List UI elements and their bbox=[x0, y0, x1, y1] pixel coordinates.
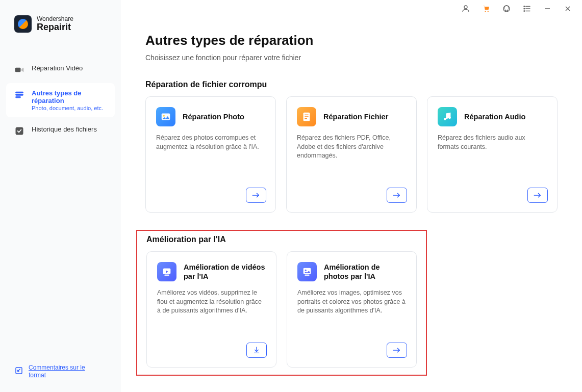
svg-rect-0 bbox=[15, 68, 21, 72]
svg-point-8 bbox=[488, 11, 489, 12]
card-title: Réparation Fichier bbox=[323, 112, 388, 121]
download-button[interactable] bbox=[246, 343, 267, 358]
arrow-right-button[interactable] bbox=[246, 188, 266, 203]
svg-point-28 bbox=[448, 117, 451, 119]
card-title: Réparation Photo bbox=[183, 112, 244, 121]
card-desc: Améliorez vos images, optimisez vos port… bbox=[297, 289, 406, 316]
logo-product: Repairit bbox=[37, 22, 73, 33]
section-corrupted-title: Réparation de fichier corrompu bbox=[145, 80, 558, 89]
arrow-right-button[interactable] bbox=[387, 188, 407, 203]
svg-point-20 bbox=[163, 115, 165, 117]
logo-icon bbox=[14, 15, 32, 33]
card-title: Amélioration de photos par l'IA bbox=[324, 263, 406, 281]
svg-rect-37 bbox=[305, 275, 309, 276]
ai-section-highlight: Amélioration par l'IA Amélioration de vi… bbox=[136, 230, 427, 376]
sidebar-item-sublabel: Photo, document, audio, etc. bbox=[32, 105, 107, 111]
arrow-right-button[interactable] bbox=[387, 343, 407, 358]
card-ai-photo-enhance[interactable]: Amélioration de photos par l'IA Améliore… bbox=[287, 251, 417, 368]
svg-rect-32 bbox=[164, 275, 169, 276]
user-icon[interactable] bbox=[461, 4, 471, 14]
card-file-repair[interactable]: Réparation Fichier Réparez des fichiers … bbox=[286, 96, 417, 213]
card-desc: Réparez des fichiers PDF, Office, Adobe … bbox=[297, 134, 406, 161]
svg-point-36 bbox=[305, 270, 307, 271]
svg-point-7 bbox=[485, 11, 486, 12]
svg-point-13 bbox=[524, 6, 525, 7]
svg-rect-4 bbox=[16, 127, 23, 135]
music-icon bbox=[438, 107, 457, 126]
card-title: Réparation Audio bbox=[464, 112, 525, 121]
svg-point-14 bbox=[524, 8, 525, 9]
svg-rect-1 bbox=[16, 92, 23, 93]
sidebar: Wondershare Repairit Réparation Vidéo Au… bbox=[0, 0, 121, 392]
sidebar-item-video-repair[interactable]: Réparation Vidéo bbox=[6, 58, 115, 81]
sidebar-item-label: Réparation Vidéo bbox=[32, 64, 83, 72]
sidebar-item-label: Historique des fichiers bbox=[32, 125, 97, 133]
card-desc: Réparez des photos corrompues et augment… bbox=[156, 134, 265, 151]
ai-photo-icon bbox=[297, 262, 317, 281]
svg-rect-35 bbox=[303, 268, 311, 274]
card-title: Amélioration de vidéos par l'IA bbox=[184, 263, 266, 281]
card-ai-video-enhance[interactable]: Amélioration de vidéos par l'IA Améliore… bbox=[146, 251, 276, 368]
feedback-link[interactable]: Commentaires sur le format bbox=[29, 364, 95, 380]
close-button[interactable] bbox=[563, 4, 573, 14]
checkbox-icon bbox=[14, 126, 24, 136]
card-desc: Améliorez vos vidéos, supprimez le flou … bbox=[157, 289, 266, 316]
svg-point-6 bbox=[464, 6, 467, 9]
arrow-right-button[interactable] bbox=[527, 188, 548, 203]
card-desc: Réparez des fichiers audio aux formats c… bbox=[438, 134, 547, 151]
logo-brand: Wondershare bbox=[37, 16, 73, 22]
page-title: Autres types de réparation bbox=[145, 33, 558, 48]
sidebar-item-file-history[interactable]: Historique des fichiers bbox=[6, 119, 115, 142]
card-photo-repair[interactable]: Réparation Photo Réparez des photos corr… bbox=[145, 96, 276, 213]
cart-icon[interactable] bbox=[481, 4, 491, 14]
ai-video-icon bbox=[157, 262, 176, 281]
sidebar-item-other-repairs[interactable]: Autres types de réparation Photo, docume… bbox=[6, 83, 115, 117]
page-subtitle: Choisissez une fonction pour réparer vot… bbox=[145, 54, 558, 62]
svg-rect-2 bbox=[16, 94, 23, 96]
svg-rect-3 bbox=[16, 96, 21, 98]
logo: Wondershare Repairit bbox=[0, 0, 121, 47]
svg-point-27 bbox=[444, 118, 446, 120]
card-audio-repair[interactable]: Réparation Audio Réparez des fichiers au… bbox=[427, 96, 558, 213]
section-ai-title: Amélioration par l'IA bbox=[146, 235, 417, 244]
sidebar-item-label: Autres types de réparation bbox=[32, 89, 107, 104]
menu-icon[interactable] bbox=[522, 4, 532, 14]
video-camera-icon bbox=[14, 65, 24, 75]
titlebar bbox=[121, 0, 582, 17]
file-icon bbox=[297, 107, 316, 126]
feedback-icon bbox=[14, 366, 23, 377]
support-icon[interactable] bbox=[501, 4, 512, 14]
minimize-button[interactable] bbox=[542, 4, 552, 14]
photo-icon bbox=[156, 107, 175, 126]
svg-point-15 bbox=[524, 11, 525, 12]
list-icon bbox=[14, 90, 24, 100]
